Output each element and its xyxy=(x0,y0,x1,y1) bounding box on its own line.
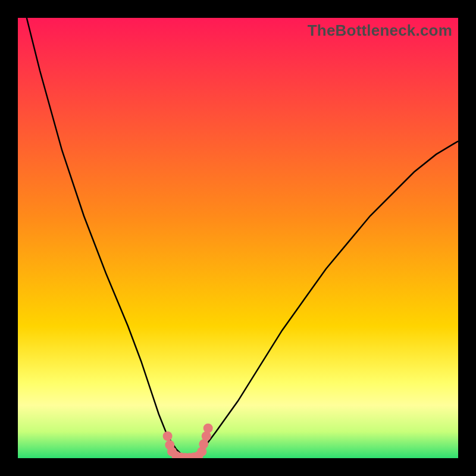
marker-dot xyxy=(202,431,211,441)
chart-plot-area: TheBottleneck.com xyxy=(18,18,458,458)
page-frame: TheBottleneck.com xyxy=(0,0,476,476)
marker-dot xyxy=(203,424,213,433)
chart-svg xyxy=(18,18,458,458)
marker-dot xyxy=(163,431,173,441)
watermark-text: TheBottleneck.com xyxy=(308,21,452,40)
gradient-background xyxy=(18,18,458,458)
